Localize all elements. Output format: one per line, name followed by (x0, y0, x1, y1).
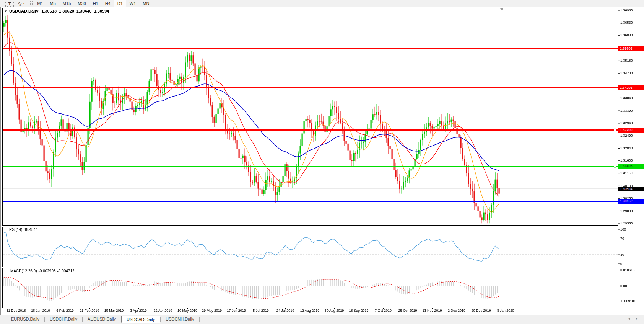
tab-usdcad[interactable]: USDCAD,Daily (121, 316, 160, 323)
toolbar-separator (155, 1, 155, 7)
tab-audusd[interactable]: AUDUSD,Daily (83, 316, 121, 322)
timeframe-button-m5[interactable]: M5 (47, 0, 59, 7)
toolbar-grip[interactable] (30, 1, 33, 6)
chart-tabs-bar: EURUSD,DailyUSDCHF,DailyAUDUSD,DailyUSDC… (0, 315, 644, 324)
timeframe-button-m30[interactable]: M30 (74, 0, 89, 7)
tab-usdchf[interactable]: USDCHF,Daily (45, 316, 82, 322)
timeframe-button-h1[interactable]: H1 (89, 0, 102, 7)
timeframe-button-h4[interactable]: H4 (102, 0, 114, 7)
toolbar-grip[interactable] (1, 1, 3, 6)
tab-usdcnh[interactable]: USDCNH,Daily (161, 316, 199, 322)
toolbar: T ↗ ↙ ▾ M1M5M15M30H1H4D1W1MN (0, 0, 644, 7)
text-tool-button[interactable]: T (5, 1, 14, 7)
tab-scroll-left-icon[interactable]: ◄ (625, 315, 633, 321)
timeframe-button-w1[interactable]: W1 (126, 0, 140, 7)
timeframe-button-m15[interactable]: M15 (59, 0, 74, 7)
chart-canvas[interactable] (0, 0, 644, 324)
timeframe-button-d1[interactable]: D1 (114, 0, 126, 7)
timeframe-button-m1[interactable]: M1 (34, 0, 46, 7)
timeframe-button-mn[interactable]: MN (139, 0, 153, 7)
tab-scroll-right-icon[interactable]: ► (633, 315, 641, 321)
draw-arrows-icon[interactable]: ↗ ↙ ▾ (17, 0, 24, 7)
tab-separator (199, 317, 200, 322)
arrow-sw-icon: ↙ (19, 3, 22, 6)
dropdown-caret-icon: ▾ (23, 2, 25, 5)
toolbar-separator (27, 1, 27, 7)
tab-eurusd[interactable]: EURUSD,Daily (6, 316, 44, 322)
